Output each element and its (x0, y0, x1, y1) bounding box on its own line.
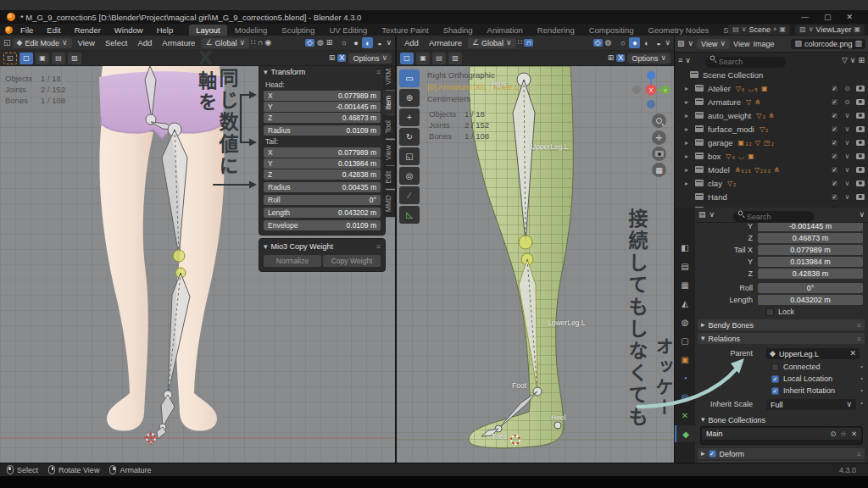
tab-scene[interactable]: ◭ (675, 295, 695, 312)
options-dropdown[interactable]: Options ∨ (627, 53, 670, 64)
select-box-icon[interactable]: ▢ (19, 53, 33, 64)
clear-parent-icon[interactable]: ✕ (849, 350, 856, 358)
tab-bone[interactable]: ◆ (675, 425, 695, 442)
menu-file[interactable]: File (14, 25, 39, 35)
new-collection-icon[interactable]: ⊞ (858, 57, 865, 64)
animate-dot[interactable]: • (860, 363, 863, 370)
hide-eye-icon[interactable]: ∨ (843, 166, 852, 174)
hide-eye-icon[interactable]: ∨ (843, 112, 852, 119)
envelope-field[interactable]: Envelope0.0109 m (264, 220, 381, 230)
tab-view-layer[interactable]: ▦ (675, 276, 695, 293)
bendy-bones-section[interactable]: ▸ Bendy Bones ≡ (698, 319, 865, 330)
mirror-x-toggle[interactable]: X (337, 54, 346, 62)
inherit-rotation-checkbox[interactable]: ✓ (771, 387, 779, 395)
visibility-eye-icon[interactable]: ⊙ (830, 430, 836, 438)
tab-uv-editing[interactable]: UV Editing (322, 25, 374, 36)
exclude-checkbox[interactable]: ✓ (831, 152, 838, 160)
deform-section[interactable]: ▸ ✓ Deform ≡ (698, 448, 865, 459)
deform-checkbox[interactable]: ✓ (709, 450, 716, 458)
tail-y-field[interactable]: Y0.013984 m (264, 158, 381, 169)
exclude-checkbox[interactable]: ✓ (831, 85, 838, 92)
sidebar-tab-mmd[interactable]: MMD (383, 190, 395, 217)
magnet-icon[interactable]: ∩ (524, 39, 532, 47)
tab-layout[interactable]: Layout (189, 25, 227, 36)
viewport-front[interactable]: ◱ ◆ Edit Mode ∨ View Select Add Armature… (0, 36, 395, 463)
shading-material-icon[interactable]: ◐ (641, 37, 652, 48)
remove-icon[interactable]: ✕ (851, 430, 857, 438)
animate-dot[interactable]: • (860, 386, 863, 394)
overlay-toggle-icon[interactable]: ◍ (317, 39, 324, 47)
head-x-field[interactable]: X0.077989 m (264, 91, 381, 101)
render-camera-icon[interactable] (856, 86, 865, 92)
tool-move[interactable]: + (399, 108, 420, 126)
shading-solid-icon[interactable]: ● (350, 37, 361, 48)
expand-icon[interactable]: ▸ (685, 180, 695, 187)
connected-checkbox[interactable] (771, 363, 779, 371)
orientation-dropdown[interactable]: ∠ Global ∨ (468, 38, 516, 48)
menu-window[interactable]: Window (108, 25, 149, 35)
sidebar-tab-vrm[interactable]: VRM (383, 64, 395, 90)
normalize-button[interactable]: Normalize (264, 255, 321, 267)
tab-output[interactable]: ▤ (675, 258, 695, 274)
menu-armature[interactable]: Armature (158, 38, 199, 47)
tab-sculpting[interactable]: Sculpting (275, 25, 321, 36)
shading-rendered-icon[interactable]: ◒ (374, 37, 385, 48)
properties-options-dropdown[interactable]: ∨ (859, 211, 865, 219)
tab-world[interactable]: ◍ (675, 313, 695, 330)
editor-dropdown-icon[interactable]: ∨ (688, 40, 694, 47)
xray-toggle-icon[interactable]: ⊞ (326, 39, 333, 47)
tool-transform[interactable]: ◎ (399, 167, 420, 185)
outliner-row-hand[interactable]: Hand ✓∨ (675, 190, 868, 203)
animate-dot[interactable]: • (860, 374, 863, 382)
menu-add[interactable]: Add (133, 38, 156, 47)
exclude-checkbox[interactable]: ✓ (831, 166, 838, 174)
panel-menu-icon[interactable]: ≡ (376, 242, 381, 251)
tail-z-row[interactable]: Z0.42838 m (695, 269, 863, 279)
outliner-row-model[interactable]: ▸ Model ⋔₆₁₅ ▽₂₆₃ ⋔ ✓∨ (675, 163, 868, 176)
proportional-icon[interactable]: ◉ (264, 39, 271, 47)
length-field[interactable]: Length0.043202 m (264, 208, 381, 218)
gizmo-toggle-icon[interactable]: ◇ (305, 39, 314, 47)
menu-edit[interactable]: Edit (41, 25, 66, 35)
properties-editor-icon[interactable]: ▤ (698, 211, 706, 219)
mirror-x-toggle[interactable]: X (616, 54, 625, 62)
properties-editor-dropdown[interactable]: ∨ (709, 211, 715, 219)
shading-dropdown-icon[interactable]: ∨ (386, 39, 392, 47)
new-viewlayer-icon[interactable]: ▣ (854, 26, 860, 33)
filter-icon[interactable]: ▽ (842, 57, 848, 64)
expand-icon[interactable]: ▸ (685, 166, 695, 174)
tab-animation[interactable]: Animation (481, 25, 530, 36)
overlay-toggle-icon[interactable]: ◍ (605, 39, 612, 47)
outliner-display-dropdown[interactable]: ∨ (685, 57, 691, 64)
tool-measure[interactable]: ◺ (399, 206, 420, 224)
tab-shading[interactable]: Shading (437, 25, 480, 36)
tab-physics[interactable]: ◎ (675, 388, 695, 405)
hide-eye-icon[interactable]: ∨ (843, 180, 852, 187)
tab-texture-paint[interactable]: Texture Paint (375, 25, 435, 36)
tab-compositing[interactable]: Compositing (582, 25, 641, 36)
tab-object-data[interactable]: ✕ (675, 407, 695, 424)
options-dropdown[interactable]: Options ∨ (348, 53, 392, 64)
fake-user-icon[interactable]: ▥ (854, 40, 862, 47)
hide-eye-icon[interactable]: ∨ (843, 125, 852, 133)
connected-row[interactable]: Connected (771, 363, 821, 371)
expand-icon[interactable]: ▸ (685, 139, 695, 147)
render-camera-icon[interactable] (856, 180, 865, 186)
local-location-row[interactable]: ✓Local Location (771, 374, 832, 383)
menu-render[interactable]: Render (69, 25, 107, 35)
perspective-toggle-button[interactable]: ▦ (652, 163, 666, 177)
parent-field[interactable]: ◆ UpperLeg.L ✕ (766, 348, 860, 359)
active-tool-icon[interactable]: ◱ (3, 53, 17, 64)
outliner-display-icon[interactable]: ≡ (678, 57, 682, 64)
exclude-checkbox[interactable]: ✓ (831, 98, 838, 106)
exclude-checkbox[interactable]: ✓ (831, 125, 838, 133)
editor-type-icon[interactable]: ▨ (677, 40, 685, 47)
shading-solid-icon[interactable]: ● (629, 37, 640, 48)
menu-armature[interactable]: Armature (425, 38, 466, 47)
image-datablock[interactable]: ▨ colorcode.png ▥ (791, 39, 865, 49)
render-camera-icon[interactable] (856, 167, 865, 173)
bone-collection-main[interactable]: Main ⊙ ☆ ✕ (702, 428, 861, 440)
select-subtract-icon[interactable]: ▤ (432, 53, 446, 64)
menu-image[interactable]: Image (753, 40, 774, 48)
menu-view[interactable]: View (74, 38, 99, 47)
